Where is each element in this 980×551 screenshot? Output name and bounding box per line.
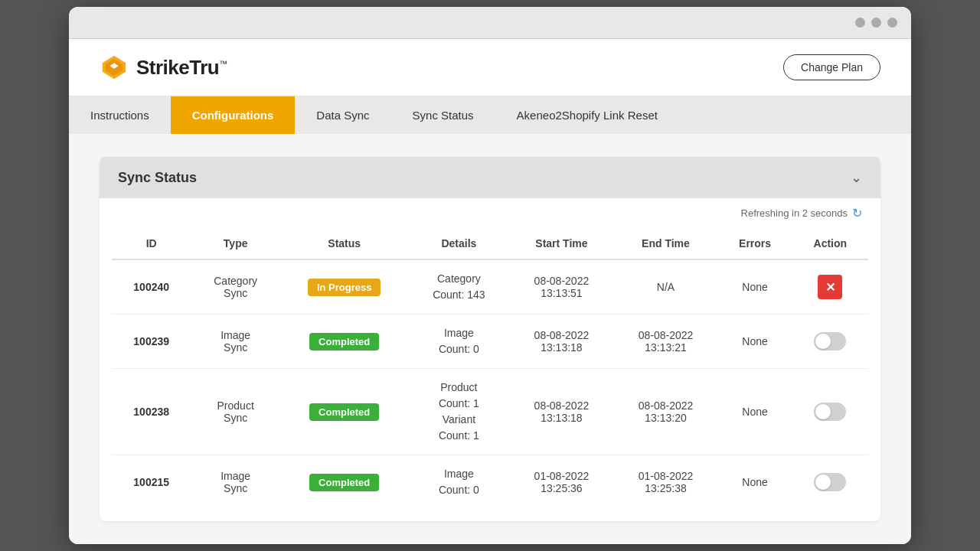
cell-end-time: 08-08-2022 13:13:21 — [613, 315, 717, 369]
change-plan-button[interactable]: Change Plan — [783, 54, 880, 80]
cell-errors: None — [718, 455, 792, 510]
cell-id: 100240 — [112, 259, 191, 315]
cell-type: Product Sync — [191, 369, 280, 455]
nav-item-instructions[interactable]: Instructions — [69, 96, 171, 134]
table-body: 100240Category SyncIn ProgressCategory C… — [112, 259, 868, 509]
content-area: Sync Status ⌄ Refreshing in 2 seconds ↻ … — [69, 134, 911, 544]
action-toggle[interactable] — [814, 332, 846, 350]
cell-details: Category Count: 143 — [408, 259, 509, 315]
cell-action — [792, 315, 868, 369]
logo-area: StrikeTru™ — [100, 53, 227, 82]
table-row: 100238Product SyncCompletedProduct Count… — [112, 369, 868, 455]
cell-start-time: 01-08-2022 13:25:36 — [509, 455, 613, 510]
cell-errors: None — [718, 259, 792, 315]
cell-errors: None — [718, 369, 792, 455]
col-type: Type — [191, 228, 280, 259]
nav-item-data-sync[interactable]: Data Sync — [295, 96, 390, 134]
col-errors: Errors — [718, 228, 792, 259]
cell-action — [792, 455, 868, 510]
cell-status: Completed — [280, 315, 408, 369]
refresh-text: Refreshing in 2 seconds — [741, 207, 848, 219]
table-header: ID Type Status Details Start Time End Ti… — [112, 228, 868, 259]
cell-status: Completed — [280, 455, 408, 510]
nav-item-configurations[interactable]: Configurations — [171, 96, 296, 134]
status-badge: Completed — [309, 333, 379, 350]
cell-status: Completed — [280, 369, 408, 455]
logo-icon — [100, 53, 129, 82]
cancel-action-button[interactable]: ✕ — [818, 275, 842, 299]
refresh-icon[interactable]: ↻ — [852, 206, 862, 220]
cell-id: 100238 — [112, 369, 191, 455]
sync-status-card-title: Sync Status — [118, 170, 197, 186]
cell-action — [792, 369, 868, 455]
dot-1 — [855, 18, 865, 28]
col-id: ID — [112, 228, 191, 259]
app-header: StrikeTru™ Change Plan — [69, 39, 911, 96]
col-start-time: Start Time — [509, 228, 613, 259]
cell-action: ✕ — [792, 259, 868, 315]
status-badge: Completed — [309, 403, 379, 421]
col-status: Status — [280, 228, 408, 259]
cell-start-time: 08-08-2022 13:13:18 — [509, 369, 613, 455]
col-end-time: End Time — [613, 228, 717, 259]
cell-start-time: 08-08-2022 13:13:18 — [509, 315, 613, 369]
sync-table-wrapper: ID Type Status Details Start Time End Ti… — [100, 228, 880, 521]
chevron-down-icon[interactable]: ⌄ — [851, 169, 862, 186]
cell-end-time: 01-08-2022 13:25:38 — [613, 455, 717, 510]
cell-end-time: 08-08-2022 13:13:20 — [613, 369, 717, 455]
action-toggle[interactable] — [814, 403, 846, 421]
table-row: 100240Category SyncIn ProgressCategory C… — [112, 259, 868, 315]
status-badge: Completed — [309, 474, 379, 491]
cell-type: Image Sync — [191, 455, 280, 510]
app-window: StrikeTru™ Change Plan Instructions Conf… — [69, 7, 911, 544]
cell-details: Product Count: 1 Variant Count: 1 — [408, 369, 509, 455]
cell-id: 100215 — [112, 455, 191, 510]
dot-3 — [887, 18, 897, 28]
sync-status-card: Sync Status ⌄ Refreshing in 2 seconds ↻ … — [100, 157, 880, 521]
col-details: Details — [408, 228, 509, 259]
refresh-bar: Refreshing in 2 seconds ↻ — [100, 198, 880, 228]
sync-status-card-header: Sync Status ⌄ — [100, 157, 880, 198]
cell-id: 100239 — [112, 315, 191, 369]
status-badge: In Progress — [308, 279, 381, 296]
action-toggle[interactable] — [814, 473, 846, 491]
dot-2 — [871, 18, 881, 28]
nav-item-sync-status[interactable]: Sync Status — [391, 96, 495, 134]
sync-table: ID Type Status Details Start Time End Ti… — [112, 228, 868, 509]
cell-errors: None — [718, 315, 792, 369]
cell-type: Image Sync — [191, 315, 280, 369]
cell-status: In Progress — [280, 259, 408, 315]
table-row: 100215Image SyncCompletedImage Count: 00… — [112, 455, 868, 510]
table-row: 100239Image SyncCompletedImage Count: 00… — [112, 315, 868, 369]
nav-bar: Instructions Configurations Data Sync Sy… — [69, 96, 911, 134]
nav-item-akeneo-reset[interactable]: Akeneo2Shopify Link Reset — [495, 96, 679, 134]
cell-end-time: N/A — [613, 259, 717, 315]
cell-type: Category Sync — [191, 259, 280, 315]
cell-details: Image Count: 0 — [408, 455, 509, 510]
titlebar-dots — [855, 18, 897, 28]
logo-text: StrikeTru™ — [136, 56, 227, 80]
cell-details: Image Count: 0 — [408, 315, 509, 369]
titlebar — [69, 7, 911, 39]
cell-start-time: 08-08-2022 13:13:51 — [509, 259, 613, 315]
col-action: Action — [792, 228, 868, 259]
